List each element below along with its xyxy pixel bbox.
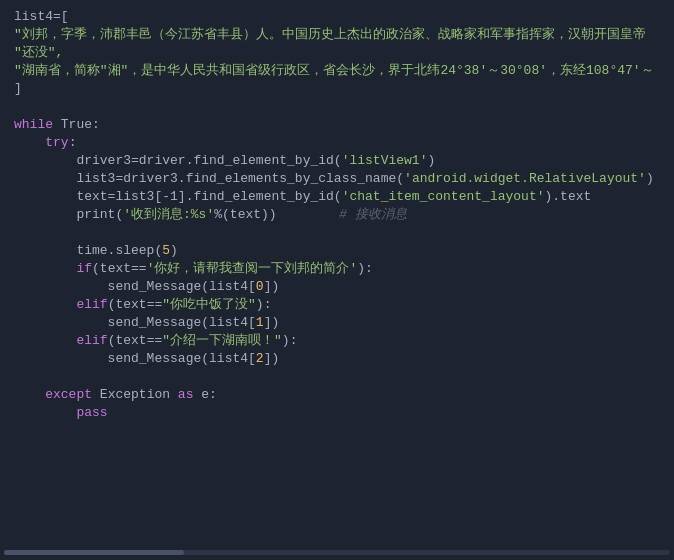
code-token: if (76, 260, 92, 278)
code-token: : (69, 134, 77, 152)
code-token: 'android.widget.RelativeLayout' (404, 170, 646, 188)
code-token: list3=driver3.find_elements_by_class_nam… (14, 170, 404, 188)
code-token: ): (282, 332, 298, 350)
code-line: ] (0, 80, 674, 98)
code-token (14, 386, 45, 404)
code-token: '你好，请帮我查阅一下刘邦的简介' (147, 260, 358, 278)
code-token: 5 (162, 242, 170, 260)
code-token (14, 260, 76, 278)
code-token (14, 296, 76, 314)
code-token: try (45, 134, 68, 152)
code-token: e: (193, 386, 216, 404)
code-token (14, 134, 45, 152)
code-token: "还没", (14, 44, 63, 62)
code-token: (text== (108, 296, 163, 314)
code-token: ) (427, 152, 435, 170)
code-token: True: (53, 116, 100, 134)
code-line: send_Message(list4[2]) (0, 350, 674, 368)
code-token: # 接收消息 (339, 206, 407, 224)
code-token: 0 (256, 278, 264, 296)
code-line (0, 98, 674, 116)
code-token: (text== (92, 260, 147, 278)
scrollbar-track[interactable] (4, 550, 670, 555)
code-line: elif(text=="介绍一下湖南呗！"): (0, 332, 674, 350)
code-line: print('收到消息:%s'%(text)) # 接收消息 (0, 206, 674, 224)
code-line: "湖南省，简称"湘"，是中华人民共和国省级行政区，省会长沙，界于北纬24°38′… (0, 62, 674, 80)
code-token: '收到消息:%s' (123, 206, 214, 224)
code-token: ] (14, 80, 22, 98)
code-token: "介绍一下湖南呗！" (162, 332, 282, 350)
code-token: 2 (256, 350, 264, 368)
code-line: send_Message(list4[1]) (0, 314, 674, 332)
code-token: "湖南省，简称"湘"，是中华人民共和国省级行政区，省会长沙，界于北纬24°38′… (14, 62, 654, 80)
code-line (0, 224, 674, 242)
code-line: "刘邦，字季，沛郡丰邑（今江苏省丰县）人。中国历史上杰出的政治家、战略家和军事指… (0, 26, 674, 44)
code-line: elif(text=="你吃中饭了没"): (0, 296, 674, 314)
code-line (0, 368, 674, 386)
code-token: send_Message(list4[ (14, 350, 256, 368)
code-line: try: (0, 134, 674, 152)
code-token: pass (76, 404, 107, 422)
code-token: ]) (264, 314, 280, 332)
code-token: ]) (264, 350, 280, 368)
code-token (14, 332, 76, 350)
code-token: text=list3[-1].find_element_by_id( (14, 188, 342, 206)
code-line: except Exception as e: (0, 386, 674, 404)
code-line: time.sleep(5) (0, 242, 674, 260)
code-lines: list4=["刘邦，字季，沛郡丰邑（今江苏省丰县）人。中国历史上杰出的政治家、… (0, 8, 674, 422)
code-line: while True: (0, 116, 674, 134)
code-line: "还没", (0, 44, 674, 62)
code-token: time.sleep( (14, 242, 162, 260)
code-token: ): (357, 260, 373, 278)
code-token: send_Message(list4[ (14, 314, 256, 332)
code-line: pass (0, 404, 674, 422)
code-token (14, 404, 76, 422)
code-token: driver3=driver.find_element_by_id( (14, 152, 342, 170)
code-token: ).text (545, 188, 592, 206)
code-token: ) (646, 170, 654, 188)
code-token: ): (256, 296, 272, 314)
code-token: print( (14, 206, 123, 224)
code-token: while (14, 116, 53, 134)
code-line: send_Message(list4[0]) (0, 278, 674, 296)
code-token: 'chat_item_content_layout' (342, 188, 545, 206)
scrollbar-area[interactable] (0, 548, 674, 556)
code-token: "刘邦，字季，沛郡丰邑（今江苏省丰县）人。中国历史上杰出的政治家、战略家和军事指… (14, 26, 646, 44)
code-line: list3=driver3.find_elements_by_class_nam… (0, 170, 674, 188)
code-line: if(text=='你好，请帮我查阅一下刘邦的简介'): (0, 260, 674, 278)
code-token: elif (76, 332, 107, 350)
code-token: except (45, 386, 92, 404)
code-line: driver3=driver.find_element_by_id('listV… (0, 152, 674, 170)
code-token: send_Message(list4[ (14, 278, 256, 296)
code-token: (text== (108, 332, 163, 350)
code-token: "你吃中饭了没" (162, 296, 256, 314)
scrollbar-thumb[interactable] (4, 550, 184, 555)
code-line: text=list3[-1].find_element_by_id('chat_… (0, 188, 674, 206)
code-token: 1 (256, 314, 264, 332)
code-line: list4=[ (0, 8, 674, 26)
code-token: elif (76, 296, 107, 314)
code-token: Exception (92, 386, 178, 404)
code-token: 'listView1' (342, 152, 428, 170)
code-token: list4=[ (14, 8, 69, 26)
code-token: ]) (264, 278, 280, 296)
code-token: %(text)) (214, 206, 339, 224)
code-editor: list4=["刘邦，字季，沛郡丰邑（今江苏省丰县）人。中国历史上杰出的政治家、… (0, 0, 674, 560)
code-token: as (178, 386, 194, 404)
code-token: ) (170, 242, 178, 260)
